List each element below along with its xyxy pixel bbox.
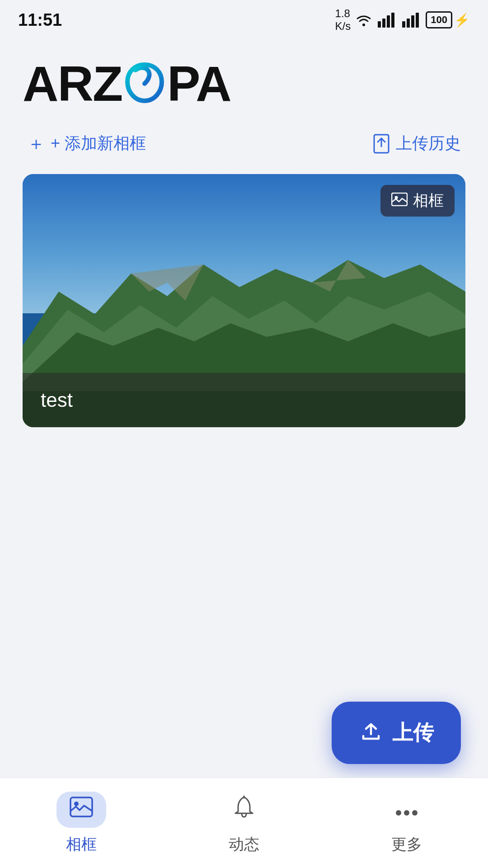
upload-history-label: 上传历史 [396, 132, 461, 155]
status-bar: 11:51 1.8K/s 100 ⚡ [0, 0, 488, 36]
more-label: 更多 [391, 834, 422, 855]
bell-icon [234, 795, 254, 824]
upload-history-icon [372, 134, 390, 154]
nav-item-frames[interactable]: 相框 [0, 792, 163, 855]
svg-rect-1 [378, 21, 381, 28]
photo-overlay-strip: test [23, 373, 465, 427]
photo-name: test [41, 389, 73, 411]
svg-point-21 [404, 810, 409, 816]
svg-point-19 [74, 802, 79, 806]
upload-fab-label: 上传 [392, 719, 434, 747]
more-dots-icon [394, 797, 419, 822]
add-frame-label: + 添加新相框 [51, 132, 146, 155]
activity-label: 动态 [229, 834, 259, 855]
nav-item-activity[interactable]: 动态 [163, 792, 325, 855]
battery-level: 100 [426, 11, 452, 28]
network-speed: 1.8K/s [335, 7, 351, 33]
logo-text-arz: ARZ [23, 59, 122, 108]
charging-icon: ⚡ [454, 13, 470, 28]
svg-point-20 [396, 810, 401, 816]
wifi-icon [355, 12, 372, 28]
add-frame-button[interactable]: ＋ + 添加新相框 [27, 131, 146, 156]
svg-rect-5 [402, 21, 405, 28]
signal-4g-icon [377, 12, 397, 28]
toolbar: ＋ + 添加新相框 上传历史 [23, 131, 465, 156]
frame-badge-icon [391, 192, 408, 210]
upload-fab-button[interactable]: 上传 [332, 702, 461, 764]
svg-rect-16 [392, 193, 407, 206]
upload-fab-icon [359, 718, 383, 748]
frames-icon-wrap [56, 792, 106, 828]
frame-badge: 相框 [380, 185, 455, 217]
svg-rect-2 [382, 19, 385, 28]
activity-icon-wrap [219, 792, 269, 828]
nav-item-more[interactable]: 更多 [325, 792, 488, 855]
logo-o [122, 61, 167, 106]
status-time: 11:51 [18, 10, 62, 30]
svg-point-22 [412, 810, 418, 816]
logo-text-pa: PA [167, 59, 231, 108]
plus-icon: ＋ [27, 131, 45, 156]
svg-rect-18 [70, 797, 92, 816]
svg-point-0 [362, 24, 365, 26]
frames-icon [70, 797, 93, 822]
bottom-nav: 相框 动态 更多 [0, 778, 488, 868]
upload-history-button[interactable]: 上传历史 [372, 132, 461, 155]
logo: ARZ PA [23, 59, 465, 108]
more-icon-wrap [382, 792, 432, 828]
svg-rect-7 [411, 15, 414, 28]
signal-4g2-icon [401, 12, 421, 28]
status-icons: 1.8K/s 100 ⚡ [335, 7, 470, 33]
svg-rect-3 [387, 15, 390, 28]
frame-badge-label: 相框 [413, 190, 444, 211]
svg-rect-8 [416, 13, 419, 28]
frames-label: 相框 [66, 834, 97, 855]
logo-area: ARZ PA [23, 59, 465, 108]
app-container: ARZ PA ＋ + 添加新相框 [0, 36, 488, 427]
svg-rect-4 [391, 13, 394, 28]
photo-card[interactable]: 相框 test [23, 174, 465, 427]
battery-indicator: 100 ⚡ [426, 11, 470, 28]
svg-rect-6 [407, 19, 410, 28]
